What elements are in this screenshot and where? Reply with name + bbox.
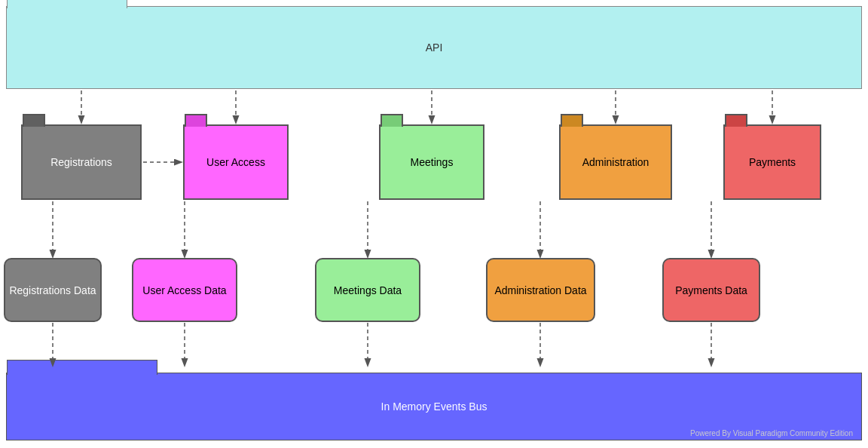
watermark: Powered By Visual Paradigm Community Edi… [690,429,853,437]
api-label: API [426,41,443,54]
meetings-tab [381,114,403,127]
module-administration[interactable]: Administration [559,124,672,200]
datastore-user-access[interactable]: User Access Data [132,258,237,322]
user-access-tab [185,114,207,127]
datastore-registrations[interactable]: Registrations Data [4,258,102,322]
module-user-access[interactable]: User Access [183,124,289,200]
administration-tab [561,114,583,127]
module-registrations[interactable]: Registrations [21,124,142,200]
datastore-meetings[interactable]: Meetings Data [315,258,420,322]
datastore-administration[interactable]: Administration Data [486,258,595,322]
diagram-container: API Registrations User Access Meetings A… [0,0,868,448]
datastore-payments[interactable]: Payments Data [662,258,760,322]
module-meetings[interactable]: Meetings [379,124,484,200]
registrations-tab [23,114,45,127]
api-bar: API [6,6,862,89]
bus-label: In Memory Events Bus [381,400,487,413]
api-tab [7,0,127,8]
module-payments[interactable]: Payments [723,124,821,200]
payments-tab [725,114,747,127]
bus-tab [7,360,157,375]
